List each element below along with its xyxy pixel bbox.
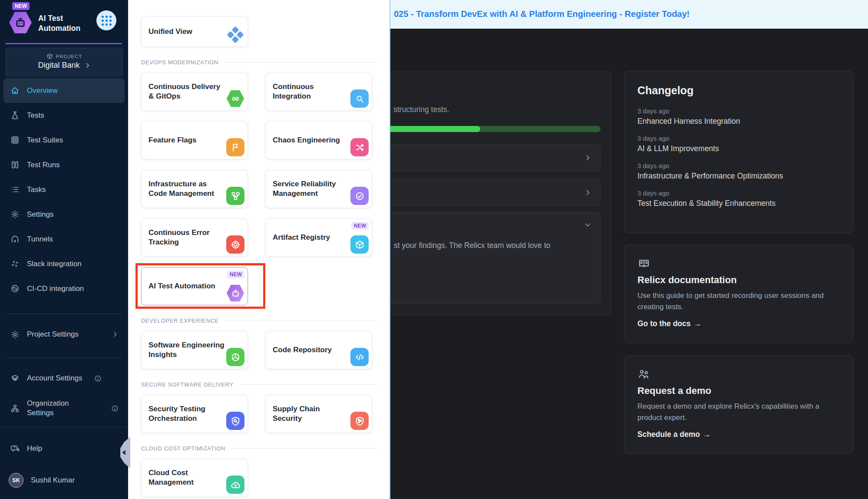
module-card-chaos-engineering[interactable]: Chaos Engineering: [265, 121, 372, 159]
project-selector[interactable]: PROJECT Digital Bank: [6, 48, 123, 76]
documentation-card: Relicx documentation Use this guide to g…: [624, 245, 853, 343]
schedule-demo-link[interactable]: Schedule a demo→: [637, 430, 840, 439]
chevron-right-icon: [584, 189, 591, 196]
info-icon[interactable]: [111, 405, 119, 412]
module-card-software-engineering-insights[interactable]: Software Engineering Insights: [141, 331, 248, 369]
module-title: Continuous Error Tracking: [149, 228, 225, 247]
module-card-infrastructure-as-code-management[interactable]: Infrastructure as Code Management: [141, 170, 248, 208]
sidebar-item-organization-settings[interactable]: Organization Settings: [3, 394, 125, 422]
announcement-banner[interactable]: 025 - Transform DevEx with AI & Platform…: [390, 0, 868, 29]
gear-icon: [10, 210, 20, 219]
module-title: Unified View: [149, 27, 192, 36]
announcement-text: 025 - Transform DevEx with AI & Platform…: [390, 0, 690, 28]
grid-dots-icon: [102, 16, 112, 26]
sidebar-item-test-suites[interactable]: Test Suites: [3, 128, 125, 152]
book-icon: [637, 258, 650, 269]
sidebar-item-ci-cd-integration[interactable]: CI-CD integration: [3, 276, 125, 301]
sidebar-item-project-settings[interactable]: Project Settings: [3, 323, 125, 346]
new-badge: NEW: [351, 222, 369, 230]
cube-icon: [46, 53, 53, 59]
ai-test-icon: [226, 284, 244, 302]
module-card-security-testing-orchestration[interactable]: Security Testing Orchestration: [141, 395, 248, 433]
changelog-entry-title: Enhanced Harness Integration: [637, 117, 840, 126]
changelog-time: 3 days ago: [637, 162, 840, 169]
module-section: SECURE SOFTWARE DELIVERY Security Testin…: [141, 381, 371, 433]
module-picker-button[interactable]: [96, 10, 116, 30]
module-card-feature-flags[interactable]: Feature Flags: [141, 121, 248, 159]
srm-icon: [350, 187, 369, 205]
sidebar-item-test-runs[interactable]: Test Runs: [3, 152, 125, 177]
expanded-row-text: st your findings. The Relicx team would …: [394, 241, 551, 250]
changelog-time: 3 days ago: [637, 189, 840, 197]
app-title: AI Test Automation: [38, 13, 90, 33]
sidebar-item-help[interactable]: ? Help: [3, 437, 125, 460]
module-title: AI Test Automation: [149, 281, 215, 291]
error-tracking-icon: [226, 235, 244, 254]
section-rule: [225, 321, 376, 321]
accent-divider: [5, 43, 122, 44]
module-card-service-reliability-management[interactable]: Service Reliability Management: [265, 170, 372, 208]
changelog-list: 3 days ago Enhanced Harness Integration …: [637, 107, 840, 208]
app-logo-icon: [9, 11, 32, 34]
module-card-supply-chain-security[interactable]: Supply Chain Security: [265, 395, 372, 433]
project-name: Digital Bank: [38, 61, 79, 70]
sidebar-item-slack-integration[interactable]: Slack integration: [3, 251, 125, 276]
section-title: SECURE SOFTWARE DELIVERY: [141, 381, 234, 388]
project-label: PROJECT: [56, 54, 83, 59]
avatar: SK: [9, 473, 23, 488]
flask-icon: [10, 111, 20, 120]
module-card-ai-test-automation[interactable]: NEW AI Test Automation: [141, 267, 248, 305]
changelog-time: 3 days ago: [637, 107, 840, 115]
user-name: Sushil Kumar: [31, 476, 75, 485]
module-title: Cloud Cost Management: [149, 468, 225, 487]
sidebar-item-tests[interactable]: Tests: [3, 103, 125, 128]
new-badge: NEW: [12, 2, 30, 10]
changelog-entry: 3 days ago Test Execution & Stability En…: [637, 189, 840, 208]
module-picker-panel: Unified View DEVOPS MODERNIZATION Contin…: [128, 0, 390, 499]
module-card-cloud-cost-management[interactable]: Cloud Cost Management $: [141, 459, 248, 497]
arrow-right-icon: →: [694, 319, 702, 328]
section-rule: [231, 448, 376, 449]
module-title: Continuous Delivery & GitOps: [149, 82, 225, 101]
section-title: DEVELOPER EXPERIENCE: [141, 317, 219, 324]
user-menu[interactable]: SK Sushil Kumar: [3, 469, 125, 492]
module-section: DEVOPS MODERNIZATION Continuous Delivery…: [141, 59, 371, 305]
cd-gitops-icon: [226, 89, 244, 108]
section-rule: [240, 384, 376, 385]
sidebar-item-settings[interactable]: Settings: [3, 202, 125, 227]
module-card-continuous-delivery-gitops[interactable]: Continuous Delivery & GitOps: [141, 73, 248, 111]
module-card-continuous-error-tracking[interactable]: Continuous Error Tracking: [141, 218, 248, 257]
changelog-entry-title: AI & LLM Improvements: [637, 144, 840, 153]
home-icon: [10, 86, 20, 95]
cloud-cost-icon: $: [226, 476, 244, 494]
module-section: CLOUD COST OPTIMIZATION Cloud Cost Manag…: [141, 445, 371, 497]
demo-card-title: Request a demo: [637, 385, 840, 397]
module-card-artifact-registry[interactable]: NEW Artifact Registry: [265, 218, 372, 257]
module-card-continuous-integration[interactable]: Continuous Integration: [265, 73, 372, 111]
divider: [5, 357, 123, 358]
sidebar-item-account-settings[interactable]: Account Settings: [3, 367, 125, 390]
people-icon: [637, 369, 650, 380]
module-card-code-repository[interactable]: Code Repository: [265, 331, 372, 369]
changelog-card: Changelog 3 days ago Enhanced Harness In…: [624, 71, 853, 233]
info-icon[interactable]: [94, 375, 102, 382]
iac-icon: [226, 187, 244, 205]
main-content-area: 025 - Transform DevEx with AI & Platform…: [390, 0, 868, 499]
app-window: 025 - Transform DevEx with AI & Platform…: [0, 0, 868, 499]
unified-view-icon: [226, 26, 244, 44]
module-title: Chaos Engineering: [273, 135, 340, 145]
sidebar-item-overview[interactable]: Overview: [3, 78, 125, 103]
feature-flags-icon: [226, 138, 244, 156]
changelog-entry: 3 days ago Enhanced Harness Integration: [637, 107, 840, 126]
module-card-unified-view[interactable]: Unified View: [141, 17, 248, 47]
sidebar-item-tasks[interactable]: Tasks: [3, 177, 125, 202]
org-icon: [10, 404, 20, 413]
sidebar-item-tunnels[interactable]: Tunnels: [3, 227, 125, 251]
module-title: Code Repository: [273, 345, 332, 355]
layers-icon: [10, 374, 20, 383]
module-sections: DEVOPS MODERNIZATION Continuous Delivery…: [141, 59, 371, 497]
sidebar: NEW AI Test Automation PROJECT Digital B…: [0, 0, 128, 499]
go-to-docs-link[interactable]: Go to the docs→: [637, 319, 840, 328]
cicd-icon: [10, 284, 20, 293]
svg-text:?: ?: [13, 446, 16, 450]
